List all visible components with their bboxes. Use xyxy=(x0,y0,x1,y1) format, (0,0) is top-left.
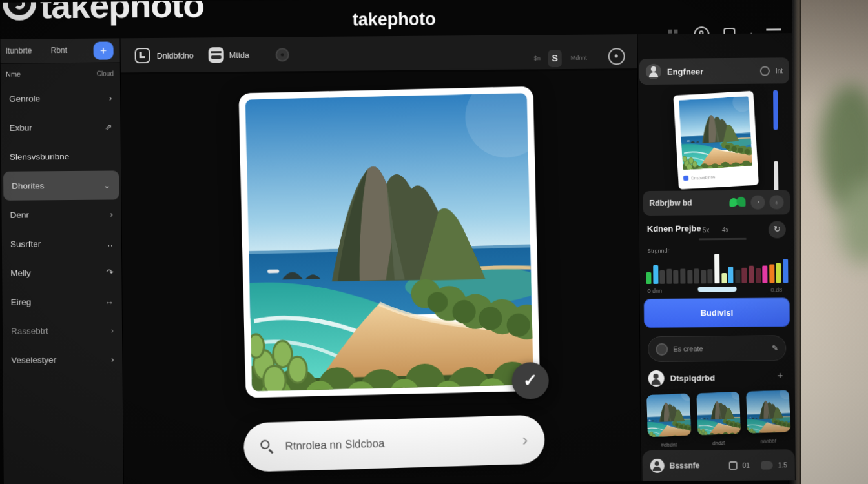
sidebar-item[interactable]: Veselestyer› xyxy=(3,345,122,374)
palette-bar[interactable] xyxy=(674,270,679,283)
search-bar[interactable]: › xyxy=(243,414,545,472)
result-thumbnail[interactable] xyxy=(646,394,691,437)
palette-bar[interactable] xyxy=(653,265,658,284)
main-tabbar: Dnldbfdno Mttda $n S Mdnnt xyxy=(120,34,637,74)
photo-card[interactable] xyxy=(238,86,540,398)
palette-bar[interactable] xyxy=(728,267,733,283)
add-button[interactable]: + xyxy=(93,41,113,59)
result-thumbnail[interactable] xyxy=(746,390,790,433)
sidebar: Itunbrte Rbnt + Nme Cloud Genrole› Exbur… xyxy=(0,38,123,484)
tab-dashboard[interactable]: Dnldbfdno xyxy=(157,52,194,61)
sidebar-item[interactable]: Genrole› xyxy=(1,83,120,113)
results-avatar xyxy=(648,370,665,387)
palette-bar[interactable] xyxy=(666,269,672,284)
palette-bar[interactable] xyxy=(742,268,747,283)
thumbnail-caption: dndzt xyxy=(697,439,740,447)
palette-bar[interactable] xyxy=(714,254,719,283)
tab-media[interactable]: Mttda xyxy=(229,51,249,60)
palette-bar[interactable] xyxy=(762,266,767,283)
profile-hint[interactable]: 4x xyxy=(722,227,729,234)
prompt-field[interactable]: ✎ xyxy=(648,335,786,362)
chevron-right-icon: › xyxy=(109,93,112,103)
sidebar-item[interactable]: Eireg↔ xyxy=(2,287,121,316)
copies-icon[interactable] xyxy=(729,461,738,469)
info-circle-icon[interactable] xyxy=(760,66,770,76)
palette-bar[interactable] xyxy=(680,269,685,284)
palette-bar[interactable] xyxy=(708,269,713,283)
palette-bars[interactable] xyxy=(646,253,788,284)
sidebar-section-action[interactable]: Cloud xyxy=(97,70,114,77)
footer-scale: 1.5 xyxy=(778,461,787,469)
chevron-right-icon[interactable]: › xyxy=(522,430,528,450)
tabbar-right-text: Mdnnt xyxy=(571,55,587,61)
dots-icon: ‥ xyxy=(107,238,113,248)
edit-pencil-icon[interactable]: ✎ xyxy=(772,343,778,352)
sidebar-item-list: Genrole› Exbur⇗ Slensvsburibne Dhorites⌄… xyxy=(1,83,123,374)
palette-bar[interactable] xyxy=(721,273,727,283)
prompt-avatar-icon xyxy=(656,343,668,355)
approve-button[interactable]: ✓ xyxy=(512,362,548,399)
chevron-right-icon: › xyxy=(111,354,114,364)
sidebar-item[interactable]: Denr› xyxy=(1,199,121,229)
sidebar-tab-left[interactable]: Itunbrte xyxy=(6,46,32,55)
mic-circle-icon[interactable]: ♁ xyxy=(769,195,783,209)
sidebar-item[interactable]: Susrfter‥ xyxy=(2,228,121,258)
palette-bar[interactable] xyxy=(776,263,781,283)
palette-bar[interactable] xyxy=(646,272,651,284)
target-icon[interactable] xyxy=(608,48,625,65)
sidebar-item[interactable]: Slensvsburibne xyxy=(1,141,121,171)
generate-button[interactable]: Budivlsl xyxy=(644,297,790,328)
palette-max-label: 0.d8 xyxy=(771,287,783,293)
brand-wordmark: takephoto xyxy=(40,0,204,26)
sidebar-item[interactable]: Melly↷ xyxy=(2,257,121,287)
sidebar-item-selected[interactable]: Dhorites⌄ xyxy=(3,170,119,200)
sidebar-tab-right[interactable]: Rbnt xyxy=(51,46,67,55)
hint-underline xyxy=(699,238,747,241)
palette-slider[interactable] xyxy=(698,287,737,292)
panel-title: Engfneer xyxy=(667,66,754,76)
palette-bar[interactable] xyxy=(783,259,788,283)
sidebar-item[interactable]: Exbur⇗ xyxy=(1,112,120,142)
palette-bar[interactable] xyxy=(659,270,665,284)
palette-bar[interactable] xyxy=(694,268,699,283)
search-input[interactable] xyxy=(285,434,512,453)
profile-hint[interactable]: 5x xyxy=(703,227,710,234)
results-title: Dtsplqdrbd xyxy=(670,373,715,383)
palette-bar[interactable] xyxy=(769,264,774,283)
scrollbar-thumb-active[interactable] xyxy=(773,90,778,130)
footer-avatar xyxy=(650,459,665,473)
room-background xyxy=(798,0,868,484)
dashboard-icon xyxy=(135,48,150,63)
palette-bar[interactable] xyxy=(749,266,754,283)
footer-count: 01 xyxy=(743,461,750,469)
reset-icon[interactable]: ↻ xyxy=(769,221,786,238)
results-add-icon[interactable]: + xyxy=(778,369,783,380)
blue-dot-icon xyxy=(683,176,688,181)
panel-header: Engfneer Int xyxy=(639,57,789,85)
swap-arrow-icon: ↔ xyxy=(105,296,114,306)
panel-footer: Bsssnfe 01 1.5 xyxy=(642,449,794,481)
island-photo xyxy=(245,93,534,391)
redo-arrow-icon: ↷ xyxy=(106,267,113,277)
review-row: Rdbrjbw bd ◔ ♁ xyxy=(643,190,790,216)
person-circle-icon[interactable]: ◔ xyxy=(750,196,765,210)
sidebar-item[interactable]: Rassebtrt› xyxy=(3,316,122,345)
palette-min-label: 0 dnn xyxy=(648,288,663,294)
record-circle-icon[interactable] xyxy=(276,48,289,61)
palette-bar[interactable] xyxy=(701,270,706,283)
footer-label: Bsssnfe xyxy=(670,461,724,470)
palette-bar[interactable] xyxy=(687,270,692,283)
result-thumbnail[interactable] xyxy=(696,392,741,435)
avatar xyxy=(646,64,661,79)
s-badge-icon[interactable]: S xyxy=(548,50,562,67)
palette-bar[interactable] xyxy=(735,270,740,283)
thumbnail-captions: #dbdnt dndzt nnnbbf xyxy=(647,438,790,449)
eco-leaves-icon[interactable] xyxy=(729,197,746,208)
photo-preview-card[interactable]: Dnsbvsbjnns xyxy=(673,91,759,190)
panel-header-action[interactable]: Int xyxy=(776,67,783,74)
prompt-input[interactable] xyxy=(673,345,767,353)
result-thumbnails xyxy=(646,390,790,437)
chevron-right-icon: › xyxy=(111,325,114,335)
palette-bar[interactable] xyxy=(756,268,761,283)
layers-icon[interactable] xyxy=(761,461,773,469)
